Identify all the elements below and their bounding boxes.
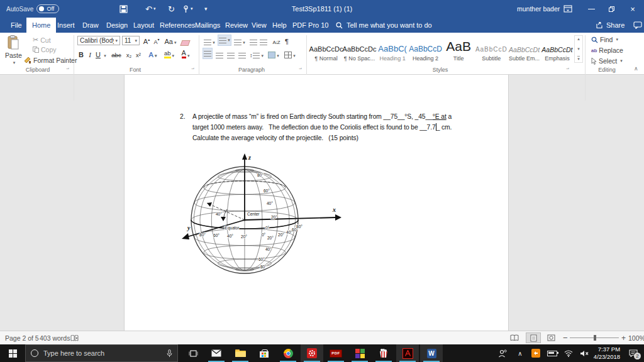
taskbar-app-store[interactable] (253, 344, 275, 362)
increase-indent-button[interactable] (259, 35, 268, 45)
align-center-button[interactable] (214, 48, 225, 58)
save-button[interactable] (119, 0, 128, 18)
zoom-slider-thumb[interactable] (594, 335, 596, 341)
paste-button[interactable]: Paste ▾ (5, 35, 22, 65)
taskbar-app-red-gear[interactable] (301, 344, 323, 362)
taskbar-app-popcorn[interactable] (372, 344, 395, 362)
style-emphasis[interactable]: AaBbCcDtEmphasis (541, 35, 574, 62)
underline-button[interactable]: U (95, 48, 101, 58)
format-painter-button[interactable]: Format Painter (24, 57, 77, 64)
tell-me-search[interactable]: Tell me what you want to do (330, 18, 438, 33)
clipboard-dialog-launcher[interactable]: ⌐ (66, 66, 69, 72)
tab-file[interactable]: File (5, 18, 28, 33)
styles-dialog-launcher[interactable]: ⌐ (566, 66, 569, 72)
action-center-button[interactable]: 2 (624, 344, 643, 362)
tray-app-icon[interactable] (528, 344, 543, 362)
borders-button[interactable]: ▾ (283, 48, 297, 58)
italic-button[interactable]: I (87, 48, 93, 58)
font-color-button[interactable]: A▾ (179, 48, 192, 58)
style-heading-1[interactable]: AaBbC(Heading 1 (376, 35, 409, 62)
styles-scroll-down-icon[interactable]: ▾ (577, 47, 580, 52)
tab-insert[interactable]: Insert (52, 18, 80, 33)
microphone-icon[interactable] (167, 349, 172, 358)
change-case-button[interactable]: Aa▾ (164, 35, 177, 45)
zoom-slider-track[interactable] (570, 334, 619, 342)
tray-people-button[interactable] (494, 344, 511, 362)
web-layout-button[interactable] (543, 332, 558, 343)
line-spacing-button[interactable]: ↕▾ (250, 48, 264, 58)
show-marks-button[interactable]: ¶ (283, 35, 291, 45)
taskbar-app-word[interactable]: W (420, 344, 443, 362)
start-button[interactable] (0, 344, 25, 362)
close-button[interactable]: × (621, 0, 644, 18)
align-left-button[interactable] (203, 48, 213, 59)
task-view-button[interactable] (182, 344, 204, 362)
taskbar-app-mail[interactable] (205, 344, 228, 362)
taskbar-app-tiles[interactable] (348, 344, 371, 362)
copy-button[interactable]: Copy (33, 46, 57, 53)
zoom-slider[interactable] (570, 331, 619, 344)
touch-mode-button[interactable]: ▾ (182, 0, 193, 18)
styles-more-icon[interactable]: ▾ (577, 56, 580, 62)
replace-button[interactable]: ab Replace (591, 47, 623, 54)
underline-dropdown[interactable]: ▾ (102, 48, 107, 58)
zoom-in-button[interactable]: + (621, 331, 626, 344)
justify-button[interactable] (237, 48, 247, 58)
redo-button[interactable]: ↻ (168, 0, 175, 18)
minimize-button[interactable] (581, 0, 601, 18)
read-mode-button[interactable] (507, 332, 522, 343)
font-dialog-launcher[interactable]: ⌐ (191, 66, 194, 72)
decrease-indent-button[interactable] (249, 35, 258, 45)
restore-button[interactable] (601, 0, 621, 18)
tray-overflow-chevron[interactable]: ∧ (513, 344, 527, 362)
sort-button[interactable]: A↓Z (270, 35, 282, 45)
collapse-ribbon-button[interactable]: ∧ (634, 65, 638, 72)
style-heading-2[interactable]: AaBbCcDHeading 2 (409, 35, 442, 62)
globe-figure[interactable]: Center Equator 40° 80° 60° 40° 20° 0° 20… (182, 152, 344, 278)
cut-button[interactable]: ✂ Cut (33, 36, 51, 44)
word-count[interactable]: 403 words (40, 331, 70, 344)
font-name-combobox[interactable]: Calibri (Body)▾ (77, 36, 120, 45)
taskbar-search-input[interactable]: Type here to search (25, 344, 178, 362)
find-button[interactable]: Find▾ (591, 36, 618, 43)
wifi-indicator[interactable] (561, 344, 576, 362)
bold-button[interactable]: B (77, 48, 85, 58)
taskbar-app-acrobat[interactable] (396, 344, 419, 362)
battery-indicator[interactable] (545, 344, 560, 362)
style-no-spacing[interactable]: AaBbCcDc¶ No Spac... (343, 35, 376, 62)
clock[interactable]: 7:37 PM 4/23/2018 (592, 344, 621, 362)
print-layout-button[interactable] (526, 332, 541, 343)
page-indicator[interactable]: Page 2 of 5 (5, 331, 39, 344)
numbering-button[interactable]: ▾ (218, 35, 231, 46)
qat-customize-button[interactable]: ▾ (204, 0, 208, 18)
style-title[interactable]: AaBTitle (442, 35, 475, 62)
zoom-level[interactable]: 100% (628, 331, 644, 344)
account-user[interactable]: munther bader (517, 0, 560, 18)
text-effects-button[interactable]: A▾ (147, 48, 159, 58)
superscript-button[interactable]: x² (134, 48, 143, 58)
clear-formatting-button[interactable] (181, 36, 189, 46)
select-button[interactable]: Select▾ (591, 57, 623, 65)
comments-button[interactable] (628, 18, 644, 33)
strikethrough-button[interactable]: abc (109, 48, 123, 58)
autosave-toggle[interactable]: AutoSave Off (6, 0, 59, 18)
tab-pdf-pro[interactable]: PDF Pro 10 (287, 18, 334, 33)
multilevel-list-button[interactable]: ▾ (233, 35, 246, 45)
grow-font-button[interactable]: A▴ (142, 35, 151, 45)
styles-gallery-scroll[interactable]: ▴ ▾ ▾ (574, 35, 583, 63)
highlight-color-button[interactable]: ab▾ (162, 48, 177, 58)
document-page[interactable]: 2. A projectile of mass “m” is fired on … (124, 75, 509, 331)
styles-scroll-up-icon[interactable]: ▴ (577, 36, 580, 41)
style-normal[interactable]: AaBbCcDc¶ Normal (309, 35, 343, 62)
paragraph-dialog-launcher[interactable]: ⌐ (299, 66, 302, 72)
shading-button[interactable]: ▾ (267, 48, 280, 58)
subscript-button[interactable]: x₂ (125, 48, 133, 58)
ribbon-display-options-button[interactable] (564, 0, 572, 18)
taskbar-app-chrome[interactable] (277, 344, 299, 362)
undo-button[interactable]: ↶▾ (145, 0, 155, 18)
shrink-font-button[interactable]: A▾ (152, 35, 161, 45)
proofing-status[interactable] (70, 331, 79, 344)
volume-indicator[interactable] (576, 344, 592, 362)
taskbar-app-pdf[interactable]: PDF (325, 344, 347, 362)
zoom-out-button[interactable]: − (563, 331, 568, 344)
